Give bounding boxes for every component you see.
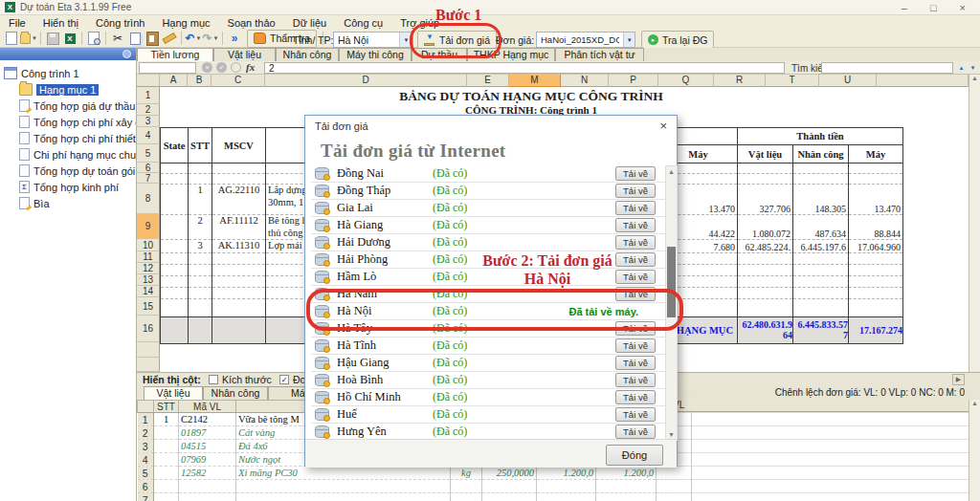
material-row[interactable]: 7 (138, 493, 668, 501)
scroll-up-icon[interactable]: ▲ (666, 168, 677, 175)
row-header-7[interactable]: 7 (137, 173, 160, 184)
material-row[interactable]: 5 12582 Xi măng PC30 kg 250,0000 1.200,0… (138, 467, 668, 480)
cell-name-box[interactable] (139, 62, 196, 74)
paste-icon[interactable] (144, 31, 161, 46)
column-header-T[interactable]: T (766, 75, 819, 87)
vertical-scrollbar[interactable]: ▲ (969, 75, 980, 372)
column-header-R[interactable]: R (714, 75, 766, 87)
download-button[interactable]: Tải về (615, 356, 656, 370)
province-row[interactable]: Hồ Chí Minh (Đã có) Tải về (311, 389, 665, 406)
options-icon[interactable] (231, 62, 241, 73)
row-header-15[interactable]: 15 (137, 297, 160, 316)
download-button[interactable]: Tải về (615, 425, 656, 439)
row-header-5[interactable]: 5 (137, 144, 160, 163)
tree-item-bia[interactable]: Bìa (0, 195, 136, 211)
column-header-E[interactable]: E (467, 75, 509, 87)
lookup-prices-button[interactable]: ▸ Tra lại ĐG (641, 31, 714, 49)
tab-tien-luong[interactable]: Tiền lương (137, 48, 213, 61)
row-header-2[interactable]: 2 (137, 104, 160, 116)
province-row[interactable]: Hậu Giang (Đã có) Tải về (311, 355, 665, 372)
province-row[interactable]: Hà Giang (Đã có) Tải về (311, 217, 665, 234)
scroll-down-icon[interactable]: ▼ (666, 431, 677, 438)
row-header-3[interactable]: 3 (137, 116, 160, 127)
row-header-10[interactable]: 10 (137, 239, 160, 251)
pin-icon[interactable] (122, 50, 131, 58)
checkbox-kich-thuoc[interactable] (209, 375, 218, 384)
row-header-6[interactable]: 6 (137, 163, 160, 173)
tree-item-gia-du-thau[interactable]: Tổng hợp giá dự thầu (0, 98, 136, 114)
hscroll-right-icon[interactable]: ▶ (952, 374, 965, 385)
menu-cong-trinh[interactable]: Công trình (87, 17, 153, 29)
tab-may-thi-cong[interactable]: Máy thi công (339, 48, 412, 61)
column-header-B[interactable]: B (188, 75, 212, 87)
download-button[interactable]: Tải về (615, 390, 656, 404)
checkbox-don-gia[interactable]: ✓ (279, 375, 289, 384)
maximize-button[interactable]: □ (930, 2, 937, 13)
tree-item-kinh-phi[interactable]: Σ Tổng hợp kinh phí (0, 179, 136, 195)
tree-item-hang-muc[interactable]: Hạng mục 1 (0, 81, 136, 98)
vertical-scrollbar[interactable]: ▲ (969, 400, 980, 501)
download-button[interactable]: Tải về (615, 201, 656, 215)
column-header-C[interactable]: C (212, 75, 265, 87)
row-header-9[interactable]: 9 (137, 214, 160, 239)
download-button[interactable]: Tải về (615, 338, 656, 353)
download-button[interactable]: Tải về (615, 407, 656, 422)
province-row[interactable]: Gia Lai (Đã có) Tải về (311, 200, 665, 217)
row-header-blank[interactable] (137, 342, 160, 358)
search-prev-icon[interactable]: ▲ (956, 62, 967, 74)
undo-icon[interactable]: ↶▼ (185, 31, 202, 46)
download-button[interactable]: Tải về (615, 373, 656, 387)
save-icon[interactable] (44, 31, 61, 46)
tree-item-chi-phi-xay-dung[interactable]: Tổng hợp chi phí xây dựng (0, 114, 136, 130)
province-combobox[interactable]: Hà Nội ▼ (333, 32, 413, 48)
row-header-11[interactable]: 11 (137, 251, 160, 263)
cancel-icon[interactable]: × (202, 62, 212, 73)
column-header-D[interactable]: D (265, 75, 467, 87)
row-header-8[interactable]: 8 (137, 184, 160, 214)
search-input[interactable] (821, 62, 953, 74)
tree-item-chi-phi-thiet-bi[interactable]: Tổng hợp chi phí thiết bị (0, 130, 136, 146)
tab-nhan-cong[interactable]: Nhân công (276, 48, 339, 61)
tab-bottom-vat-lieu[interactable]: Vật liệu (144, 386, 203, 400)
column-header-U[interactable]: U (819, 75, 877, 87)
minimize-button[interactable]: – (902, 2, 907, 13)
row-header-blank[interactable] (137, 358, 160, 372)
corner-header[interactable] (137, 75, 160, 87)
province-row[interactable]: Đồng Nai (Đã có) Tải về (311, 165, 665, 183)
province-row[interactable]: Hải Dương (Đã có) Tải về (311, 234, 665, 251)
province-row[interactable]: Đồng Tháp (Đã có) Tải về (311, 183, 665, 200)
formula-input[interactable]: 2 (264, 62, 785, 74)
cut-icon[interactable]: ✂ (109, 31, 126, 46)
unit-price-combobox[interactable]: HaNoi_2015XD_DG798 ▼ (536, 32, 635, 48)
column-header-A[interactable]: A (160, 75, 188, 87)
download-button[interactable]: Tải về (615, 166, 656, 181)
new-file-icon[interactable] (3, 31, 20, 46)
download-button[interactable]: Tải về (615, 184, 656, 198)
province-row[interactable]: Huế (Đã có) Tải về (311, 406, 665, 424)
print-preview-icon[interactable] (85, 31, 102, 46)
download-button[interactable]: Tải về (615, 235, 656, 250)
row-header-12[interactable]: 12 (137, 263, 160, 274)
copy-icon[interactable] (126, 31, 144, 46)
tree-item-goi-thau[interactable]: Tổng hợp dự toán gói thầu (0, 163, 136, 179)
row-header-1[interactable]: 1 (137, 87, 160, 104)
format-painter-icon[interactable] (161, 31, 178, 46)
tab-phan-tich-vat-tu[interactable]: Phân tích vật tư (555, 48, 644, 61)
column-header-P[interactable]: P (609, 75, 658, 87)
menu-cong-cu[interactable]: Công cụ (335, 17, 391, 29)
run-icon[interactable]: » (226, 31, 243, 46)
menu-soan-thao[interactable]: Soạn thảo (219, 17, 284, 29)
tree-item-hang-muc-chung[interactable]: Chi phí hạng mục chung (0, 146, 136, 163)
close-icon[interactable]: × (659, 119, 667, 133)
column-header-N[interactable]: N (561, 75, 609, 87)
province-row[interactable]: Hoà Bình (Đã có) Tải về (311, 372, 665, 389)
menu-file[interactable]: File (0, 17, 34, 29)
row-header-4[interactable]: 4 (137, 127, 160, 144)
menu-du-lieu[interactable]: Dữ liệu (284, 17, 336, 29)
menu-hang-muc[interactable]: Hạng mục (153, 17, 218, 29)
row-header-16[interactable]: 16 (137, 316, 160, 342)
redo-icon[interactable]: ↷▼ (202, 31, 219, 46)
close-dialog-button[interactable]: Đóng (606, 445, 663, 466)
menu-hien-thi[interactable]: Hiển thị (34, 17, 87, 29)
tab-vat-lieu[interactable]: Vật liệu (213, 48, 276, 61)
